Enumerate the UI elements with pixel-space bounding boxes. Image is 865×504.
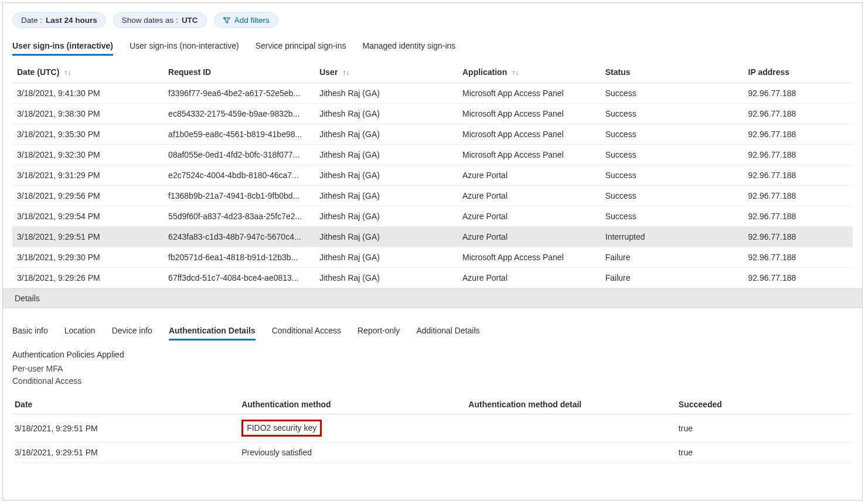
auth-row[interactable]: 3/18/2021, 9:29:51 PMFIDO2 security keyt… xyxy=(12,414,853,442)
cell-app: Azure Portal xyxy=(458,165,601,186)
detail-tab-auth[interactable]: Authentication Details xyxy=(169,322,256,340)
auth-cell-detail xyxy=(466,442,676,463)
cell-ip: 92.96.77.188 xyxy=(744,165,853,186)
details-header-bar: Details xyxy=(3,288,862,308)
cell-app: Azure Portal xyxy=(458,268,601,288)
table-row[interactable]: 3/18/2021, 9:29:56 PMf1368b9b-21a7-4941-… xyxy=(12,186,853,206)
cell-date: 3/18/2021, 9:32:30 PM xyxy=(12,145,164,165)
table-row[interactable]: 3/18/2021, 9:29:51 PM6243fa83-c1d3-48b7-… xyxy=(12,227,853,247)
highlight-box: FIDO2 security key xyxy=(241,420,322,437)
auth-cell-detail xyxy=(466,414,676,442)
filter-date-value: Last 24 hours xyxy=(46,16,97,25)
filter-showas-pill[interactable]: Show dates as : UTC xyxy=(113,12,207,28)
details-label: Details xyxy=(15,294,40,303)
cell-req: 55d9f60f-a837-4d23-83aa-25fc7e2... xyxy=(164,206,315,227)
cell-app: Azure Portal xyxy=(458,186,601,206)
auth-col-method[interactable]: Authentication method xyxy=(239,395,466,414)
cell-app: Azure Portal xyxy=(458,227,601,247)
cell-user: Jithesh Raj (GA) xyxy=(315,268,458,288)
policy-line: Conditional Access xyxy=(12,375,853,387)
cell-status: Success xyxy=(601,165,744,186)
add-filters-label: Add filters xyxy=(234,16,270,25)
table-row[interactable]: 3/18/2021, 9:41:30 PMf3396f77-9ea6-4be2-… xyxy=(12,83,853,104)
cell-date: 3/18/2021, 9:29:54 PM xyxy=(12,206,164,227)
cell-user: Jithesh Raj (GA) xyxy=(315,83,458,104)
detail-tab-ca[interactable]: Conditional Access xyxy=(272,322,341,340)
detail-tab-location[interactable]: Location xyxy=(64,322,96,340)
cell-date: 3/18/2021, 9:38:30 PM xyxy=(12,104,164,124)
cell-date: 3/18/2021, 9:35:30 PM xyxy=(12,124,164,145)
auth-col-detail[interactable]: Authentication method detail xyxy=(466,395,676,414)
cell-status: Success xyxy=(601,206,744,227)
sort-icon: ↑↓ xyxy=(512,69,519,77)
table-row[interactable]: 3/18/2021, 9:29:30 PMfb20571d-6ea1-4818-… xyxy=(12,247,853,268)
auth-cell-date: 3/18/2021, 9:29:51 PM xyxy=(12,442,239,463)
col-request-id[interactable]: Request ID xyxy=(164,62,315,83)
tab-noninteractive[interactable]: User sign-ins (non-interactive) xyxy=(130,38,239,56)
tab-managed-identity[interactable]: Managed identity sign-ins xyxy=(363,38,456,56)
table-row[interactable]: 3/18/2021, 9:32:30 PM08af055e-0ed1-4fd2-… xyxy=(12,145,853,165)
cell-req: af1b0e59-ea8c-4561-b819-41be98... xyxy=(164,124,315,145)
table-row[interactable]: 3/18/2021, 9:29:26 PM67ff3dcd-51c7-4084-… xyxy=(12,268,853,288)
signin-type-tabs: User sign-ins (interactive) User sign-in… xyxy=(12,38,853,56)
cell-status: Failure xyxy=(601,247,744,268)
cell-ip: 92.96.77.188 xyxy=(744,206,853,227)
filter-showas-label: Show dates as : xyxy=(122,16,178,25)
cell-status: Success xyxy=(601,145,744,165)
col-application[interactable]: Application ↑↓ xyxy=(458,62,601,83)
cell-user: Jithesh Raj (GA) xyxy=(315,124,458,145)
cell-user: Jithesh Raj (GA) xyxy=(315,145,458,165)
tab-service-principal[interactable]: Service principal sign-ins xyxy=(256,38,346,56)
cell-req: ec854332-2175-459e-b9ae-9832b... xyxy=(164,104,315,124)
cell-date: 3/18/2021, 9:29:51 PM xyxy=(12,227,164,247)
detail-tab-report[interactable]: Report-only xyxy=(357,322,400,340)
cell-req: f3396f77-9ea6-4be2-a617-52e5eb... xyxy=(164,83,315,104)
add-filters-button[interactable]: Add filters xyxy=(214,12,278,28)
cell-req: 67ff3dcd-51c7-4084-bce4-ae0813... xyxy=(164,268,315,288)
auth-cell-method: FIDO2 security key xyxy=(239,414,466,442)
filter-date-pill[interactable]: Date : Last 24 hours xyxy=(12,12,106,28)
detail-tab-additional[interactable]: Additional Details xyxy=(416,322,479,340)
table-row[interactable]: 3/18/2021, 9:35:30 PMaf1b0e59-ea8c-4561-… xyxy=(12,124,853,145)
cell-app: Microsoft App Access Panel xyxy=(458,104,601,124)
sort-icon: ↑↓ xyxy=(64,69,71,77)
auth-cell-date: 3/18/2021, 9:29:51 PM xyxy=(12,414,239,442)
detail-tab-basic[interactable]: Basic info xyxy=(12,322,48,340)
cell-date: 3/18/2021, 9:41:30 PM xyxy=(12,83,164,104)
auth-cell-succeeded: true xyxy=(676,442,853,463)
table-row[interactable]: 3/18/2021, 9:29:54 PM55d9f60f-a837-4d23-… xyxy=(12,206,853,227)
cell-user: Jithesh Raj (GA) xyxy=(315,206,458,227)
cell-ip: 92.96.77.188 xyxy=(744,104,853,124)
cell-ip: 92.96.77.188 xyxy=(744,83,853,104)
auth-row[interactable]: 3/18/2021, 9:29:51 PMPreviously satisfie… xyxy=(12,442,853,463)
cell-app: Microsoft App Access Panel xyxy=(458,124,601,145)
cell-app: Azure Portal xyxy=(458,206,601,227)
cell-app: Microsoft App Access Panel xyxy=(458,83,601,104)
cell-user: Jithesh Raj (GA) xyxy=(315,247,458,268)
col-ip[interactable]: IP address xyxy=(744,62,853,83)
filter-date-label: Date : xyxy=(21,16,42,25)
col-date[interactable]: Date (UTC) ↑↓ xyxy=(12,62,164,83)
cell-app: Microsoft App Access Panel xyxy=(458,247,601,268)
cell-date: 3/18/2021, 9:29:30 PM xyxy=(12,247,164,268)
cell-app: Microsoft App Access Panel xyxy=(458,145,601,165)
detail-tabs: Basic info Location Device info Authenti… xyxy=(12,322,853,340)
table-row[interactable]: 3/18/2021, 9:38:30 PMec854332-2175-459e-… xyxy=(12,104,853,124)
col-user[interactable]: User ↑↓ xyxy=(315,62,458,83)
col-status[interactable]: Status xyxy=(601,62,744,83)
cell-date: 3/18/2021, 9:29:56 PM xyxy=(12,186,164,206)
cell-user: Jithesh Raj (GA) xyxy=(315,227,458,247)
detail-tab-device[interactable]: Device info xyxy=(112,322,152,340)
auth-cell-succeeded: true xyxy=(676,414,853,442)
cell-status: Success xyxy=(601,83,744,104)
cell-status: Failure xyxy=(601,268,744,288)
sort-icon: ↑↓ xyxy=(342,69,349,77)
auth-col-date[interactable]: Date xyxy=(12,395,239,414)
auth-policies-values: Per-user MFA Conditional Access xyxy=(12,363,853,387)
tab-interactive[interactable]: User sign-ins (interactive) xyxy=(12,38,113,56)
cell-ip: 92.96.77.188 xyxy=(744,268,853,288)
signin-logs-page: Date : Last 24 hours Show dates as : UTC… xyxy=(2,2,863,500)
table-row[interactable]: 3/18/2021, 9:31:29 PMe2c7524c-4004-4bdb-… xyxy=(12,165,853,186)
auth-col-succeeded[interactable]: Succeeded xyxy=(676,395,853,414)
cell-date: 3/18/2021, 9:29:26 PM xyxy=(12,268,164,288)
